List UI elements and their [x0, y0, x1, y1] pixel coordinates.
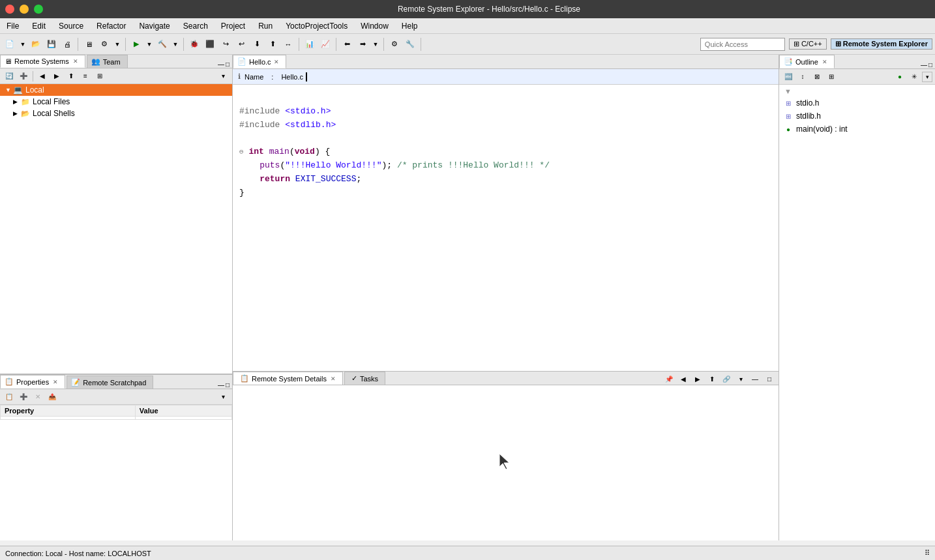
ot-hide-static[interactable]: ⊞ — [825, 71, 838, 83]
panel-maximize-btn[interactable]: □ — [226, 61, 230, 68]
ot-dropdown-btn[interactable]: ▾ — [922, 72, 932, 82]
tb-forward[interactable]: ➡ — [355, 37, 370, 52]
menu-refactor[interactable]: Refactor — [90, 18, 132, 33]
tb-build-dropdown[interactable]: ▼ — [171, 37, 180, 52]
ot-sort-alpha[interactable]: 🔤 — [782, 71, 795, 83]
ot-hide-fields[interactable]: ⊠ — [810, 71, 824, 83]
minimize-button[interactable] — [20, 5, 29, 14]
tab-properties[interactable]: 📋 Properties ✕ — [0, 375, 65, 389]
menu-yocto[interactable]: YoctoProjectTools — [279, 18, 354, 33]
props-tb-2[interactable]: ➕ — [17, 391, 30, 403]
rs-expand-btn[interactable]: ⊞ — [93, 70, 106, 82]
props-tb-3[interactable]: ✕ — [31, 391, 44, 403]
tb-step5[interactable]: ↔ — [281, 37, 295, 52]
tb-open[interactable]: 📂 — [29, 37, 43, 52]
quick-access-input[interactable] — [700, 38, 785, 51]
tb-profile2[interactable]: 📈 — [318, 37, 333, 52]
ot-green-dot[interactable]: ● — [893, 71, 906, 83]
tb-run[interactable]: ▶ — [129, 37, 143, 52]
tb-rsexplorer2[interactable]: ⚙ — [97, 37, 111, 52]
tree-item-local[interactable]: ▼ 💻 Local — [0, 84, 232, 96]
props-maximize-btn[interactable]: □ — [226, 381, 230, 389]
tb-build[interactable]: 🔨 — [155, 37, 170, 52]
menu-navigate[interactable]: Navigate — [132, 18, 176, 33]
panel-minimize-btn[interactable]: — — [218, 61, 224, 68]
rs-collapse-btn[interactable]: ≡ — [79, 70, 92, 82]
outline-maximize-btn[interactable]: □ — [928, 61, 932, 68]
bt-forward[interactable]: ▶ — [691, 373, 704, 385]
outline-minimize-btn[interactable]: — — [921, 61, 927, 68]
props-minimize-btn[interactable]: — — [218, 381, 224, 389]
bt-up[interactable]: ⬆ — [705, 373, 719, 385]
tb-step3[interactable]: ⬇ — [250, 37, 264, 52]
tab-tasks[interactable]: ✓ Tasks — [344, 372, 385, 385]
bt-minimize[interactable]: — — [749, 373, 762, 385]
menu-edit[interactable]: Edit — [25, 18, 52, 33]
tb-new-dropdown[interactable]: ▼ — [18, 37, 27, 52]
props-menu-btn[interactable]: ▾ — [216, 391, 230, 403]
remote-systems-icon: 🖥 — [5, 57, 12, 65]
outline-expand-arrow[interactable]: ▼ — [779, 86, 935, 96]
tb-run-dropdown[interactable]: ▼ — [145, 37, 154, 52]
bt-maximize[interactable]: □ — [763, 373, 776, 385]
bt-dropdown[interactable]: ▾ — [734, 373, 747, 385]
perspective-cpp-btn[interactable]: ⊞ C/C++ — [789, 38, 827, 50]
scratchpad-label: Remote Scratchpad — [83, 379, 146, 387]
bt-link[interactable]: 🔗 — [720, 373, 733, 385]
close-button[interactable] — [5, 5, 14, 14]
rs-back-btn[interactable]: ◀ — [36, 70, 49, 82]
perspective-rse-btn[interactable]: ⊞ Remote System Explorer — [831, 38, 932, 50]
menu-search[interactable]: Search — [177, 18, 215, 33]
ot-sort-type[interactable]: ↕ — [796, 71, 809, 83]
status-bar-handle: ⠿ — [925, 549, 930, 557]
tree-item-local-shells[interactable]: ▶ 📂 Local Shells — [0, 108, 232, 119]
props-toolbar: 📋 ➕ ✕ 📤 ▾ — [0, 389, 232, 405]
props-tb-4[interactable]: 📤 — [46, 391, 59, 403]
tb-step[interactable]: ↪ — [218, 37, 233, 52]
menu-window[interactable]: Window — [354, 18, 395, 33]
bottom-toolbar: 📌 ◀ ▶ ⬆ 🔗 ▾ — □ — [662, 373, 779, 385]
props-tb-1[interactable]: 📋 — [3, 391, 16, 403]
bt-back[interactable]: ◀ — [677, 373, 690, 385]
menu-source[interactable]: Source — [52, 18, 90, 33]
tb-debug[interactable]: 🐞 — [187, 37, 201, 52]
ot-star[interactable]: ✳ — [908, 71, 921, 83]
tab-remote-systems[interactable]: 🖥 Remote Systems ✕ — [0, 55, 85, 68]
tree-item-local-files[interactable]: ▶ 📁 Local Files — [0, 96, 232, 108]
outline-item-stdlib[interactable]: ⊞ stdlib.h — [779, 110, 935, 123]
outline-item-stdio[interactable]: ⊞ stdio.h — [779, 96, 935, 110]
hello-c-close-icon[interactable]: ✕ — [274, 59, 279, 65]
tab-hello-c[interactable]: 📄 Hello.c ✕ — [233, 55, 286, 68]
bt-pin[interactable]: 📌 — [662, 373, 675, 385]
editor-area[interactable]: #include <stdio.h> #include <stdlib.h> ⊖… — [233, 85, 779, 371]
tb-rsexplorer[interactable]: 🖥 — [82, 37, 96, 52]
tb-step2[interactable]: ↩ — [234, 37, 248, 52]
tb-save[interactable]: 💾 — [44, 37, 59, 52]
menu-file[interactable]: File — [0, 18, 25, 33]
maximize-button[interactable] — [34, 5, 43, 14]
tab-remote-system-details[interactable]: 📋 Remote System Details ✕ — [233, 372, 343, 385]
tab-remote-scratchpad[interactable]: 📝 Remote Scratchpad — [67, 376, 153, 389]
menu-project[interactable]: Project — [215, 18, 252, 33]
outline-item-main[interactable]: ● main(void) : int — [779, 123, 935, 136]
rs-new-btn[interactable]: ➕ — [17, 70, 30, 82]
rs-menu-btn[interactable]: ▾ — [216, 70, 230, 82]
tb-nav-dropdown[interactable]: ▼ — [371, 37, 380, 52]
tab-team[interactable]: 👥 Team — [87, 55, 128, 68]
tb-profile[interactable]: 📊 — [303, 37, 317, 52]
rs-refresh-btn[interactable]: 🔄 — [3, 70, 16, 82]
tab-outline[interactable]: 📑 Outline ✕ — [779, 55, 835, 68]
tb-debug2[interactable]: ⬛ — [203, 37, 217, 52]
outline-include-icon-stdio: ⊞ — [783, 98, 794, 108]
tb-print[interactable]: 🖨 — [60, 37, 74, 52]
tb-misc[interactable]: 🔧 — [403, 37, 417, 52]
tb-back[interactable]: ⬅ — [340, 37, 354, 52]
menu-help[interactable]: Help — [395, 18, 424, 33]
tb-rsexplorer-dropdown[interactable]: ▼ — [113, 37, 122, 52]
tb-settings[interactable]: ⚙ — [387, 37, 402, 52]
tb-step4[interactable]: ⬆ — [265, 37, 280, 52]
rs-forward-btn[interactable]: ▶ — [50, 70, 63, 82]
menu-run[interactable]: Run — [252, 18, 279, 33]
rs-up-btn[interactable]: ⬆ — [65, 70, 78, 82]
tb-new[interactable]: 📄 — [3, 37, 17, 52]
